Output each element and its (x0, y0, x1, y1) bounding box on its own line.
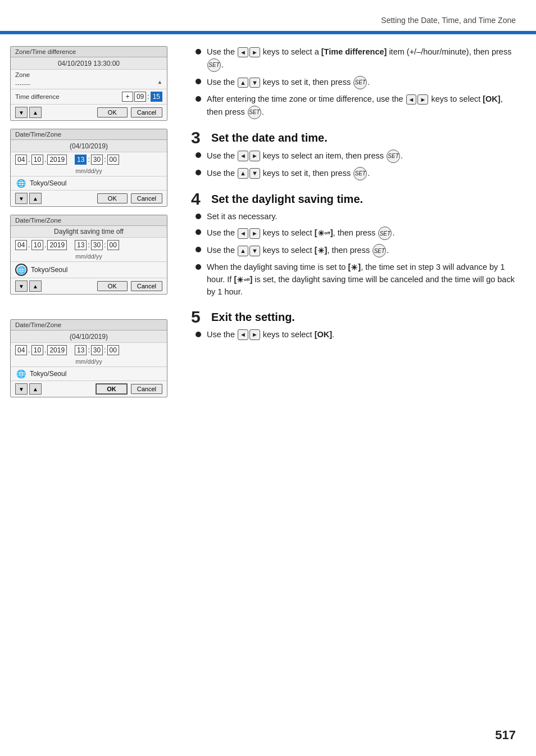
step3-number: 3 (191, 129, 207, 146)
left-key: ◄ (238, 151, 248, 161)
dialog4-timezone-row: 🌐 Tokyo/Seoul (11, 366, 167, 381)
dialog4-sec[interactable]: 00 (107, 345, 119, 355)
dialog-datetime-2: Date/Time/Zone (04/10/2019) 04 . 10 . 20… (10, 129, 167, 207)
step4-bullet-1: Set it as necessary. (196, 211, 519, 223)
dialog1-cancel-btn[interactable]: Cancel (131, 107, 162, 117)
main-content: Zone/Time difference 04/10/2019 13:30:00… (0, 40, 536, 756)
dialog2-up-btn[interactable]: ▲ (29, 193, 42, 204)
dialog2-cancel-btn[interactable]: Cancel (131, 193, 162, 203)
dialog1-ok-btn[interactable]: OK (97, 107, 128, 117)
dialog3-buttons: ▼ ▲ OK Cancel (11, 278, 167, 294)
dialog4-day[interactable]: 10 (31, 345, 43, 355)
step4-title: Set the daylight saving time. (211, 193, 363, 206)
dialog3-title: Date/Time/Zone (11, 215, 167, 226)
step4-bullet-4: When the daylight saving time is set to … (196, 261, 519, 298)
dialog3-format: mm/dd/yy (11, 252, 167, 261)
dialog3-timezone: Tokyo/Seoul (31, 266, 67, 274)
sun-off-icon: ☀off (237, 274, 249, 286)
up-key: ▲ (238, 168, 248, 179)
bullet-dot (196, 79, 201, 84)
step5-bullet-1: Use the ◄► keys to select [OK]. (196, 329, 519, 341)
dialog2-min[interactable]: 30 (91, 155, 103, 165)
left-panel: Zone/Time difference 04/10/2019 13:30:00… (0, 40, 180, 756)
sun-on-icon: ☀ (351, 262, 358, 274)
dialog4-tz-icon: 🌐 (15, 369, 26, 379)
down-key: ▼ (249, 168, 260, 179)
step4-bullet-2: Use the ◄► keys to select [☀off], then p… (196, 227, 519, 240)
step3-header: 3 Set the date and time. (191, 129, 519, 146)
dialog2-sec[interactable]: 00 (107, 155, 119, 165)
page-header: Setting the Date, Time, and Time Zone (381, 16, 516, 25)
header-bar (0, 31, 536, 34)
bullet-dot (196, 152, 201, 158)
dialog4-year[interactable]: 2019 (47, 345, 67, 355)
dialog4-month[interactable]: 04 (15, 345, 27, 355)
dialog2-date-fields: 04 . 10 . 2019 13 : 30 : 00 (11, 152, 167, 167)
dialog2-hour[interactable]: 13 (75, 155, 87, 165)
left-key: ◄ (406, 94, 417, 105)
dialog4-down-btn[interactable]: ▼ (15, 383, 28, 395)
dialog1-hour-input[interactable]: 09 (134, 92, 146, 102)
step5-section: 5 Exit the setting. Use the ◄► keys to s… (191, 309, 519, 341)
dialog2-ok-btn[interactable]: OK (97, 193, 128, 203)
dialog2-format: mm/dd/yy (11, 167, 167, 176)
dialog3-up-btn[interactable]: ▲ (29, 280, 42, 292)
set-key: SET (387, 150, 400, 163)
dialog3-min[interactable]: 30 (91, 240, 103, 250)
dialog3-tz-icon: 🌐 (15, 264, 28, 276)
step5-number: 5 (191, 309, 207, 325)
right-panel: Use the ◄► keys to select a [Time differ… (180, 40, 536, 756)
dialog4-date-fields: 04 . 10 . 2019 13 : 30 : 00 (11, 343, 167, 357)
dialog3-ok-btn[interactable]: OK (97, 281, 128, 291)
bullet-dot (196, 264, 201, 270)
dialog1-down-btn[interactable]: ▼ (15, 107, 28, 118)
dialog4-ok-btn[interactable]: OK (96, 383, 128, 395)
dialog-daylight: Date/Time/Zone Daylight saving time off … (10, 215, 167, 295)
dialog3-daylight-banner: Daylight saving time off (11, 226, 167, 238)
dialog3-date-fields: 04 . 10 . 2019 13 : 30 : 00 (11, 238, 167, 252)
step3-bullet-list: Use the ◄► keys to select an item, then … (196, 150, 519, 180)
up-key: ▲ (238, 246, 248, 256)
dialog1-time-input: + 09 : 15 (122, 92, 162, 102)
step5-header: 5 Exit the setting. (191, 309, 519, 325)
set-key: SET (248, 106, 261, 119)
step3-bullet-2: Use the ▲▼ keys to set it, then press SE… (196, 167, 519, 180)
dialog1-sign-input[interactable]: + (122, 92, 133, 102)
dialog3-month[interactable]: 04 (15, 240, 27, 250)
bullet-dot (196, 49, 201, 55)
dialog2-timezone: Tokyo/Seoul (30, 179, 66, 187)
dialog2-down-btn[interactable]: ▼ (15, 193, 28, 204)
bullet-dot (196, 247, 201, 252)
right-key: ► (249, 47, 260, 58)
dialog2-year[interactable]: 2019 (47, 155, 67, 165)
dialog4-min[interactable]: 30 (91, 345, 103, 355)
dialog4-nav-arrows: ▼ ▲ (15, 383, 42, 395)
left-key: ◄ (238, 47, 248, 58)
set-key: SET (353, 167, 367, 180)
dialog1-min-input[interactable]: 15 (151, 92, 162, 102)
dialog2-day[interactable]: 10 (31, 155, 43, 165)
dialog1-date-display: 04/10/2019 13:30:00 (11, 57, 167, 70)
dialog3-down-btn[interactable]: ▼ (15, 280, 28, 292)
dialog4-up-btn[interactable]: ▲ (29, 383, 42, 395)
dialog3-year[interactable]: 2019 (47, 240, 67, 250)
set-key: SET (378, 227, 392, 240)
dialog3-sec[interactable]: 00 (107, 240, 119, 250)
dialog2-title: Date/Time/Zone (11, 129, 167, 140)
dialog4-format: mm/dd/yy (11, 357, 167, 366)
bullet-dot (196, 214, 201, 219)
dialog4-date-display: (04/10/2019) (11, 331, 167, 343)
dialog2-buttons: ▼ ▲ OK Cancel (11, 191, 167, 206)
dialog2-nav-arrows: ▼ ▲ (15, 193, 42, 204)
step5-title: Exit the setting. (211, 311, 295, 324)
dialog4-cancel-btn[interactable]: Cancel (131, 384, 162, 394)
dialog3-cancel-btn[interactable]: Cancel (131, 281, 162, 291)
dialog4-hour[interactable]: 13 (75, 345, 87, 355)
dialog4-timezone: Tokyo/Seoul (30, 370, 66, 378)
dialog3-day[interactable]: 10 (31, 240, 43, 250)
dialog3-hour[interactable]: 13 (75, 240, 87, 250)
dialog2-month[interactable]: 04 (15, 155, 27, 165)
dialog1-up-btn[interactable]: ▲ (29, 107, 42, 118)
bullet-dot (196, 229, 201, 235)
sun-on-icon: ☀ (317, 245, 325, 257)
